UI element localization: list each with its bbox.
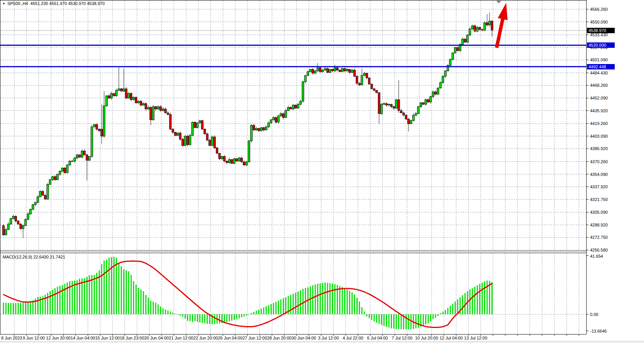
chart-canvas[interactable] (0, 0, 644, 343)
axis-ticks (14, 9, 589, 336)
price-axis-label: 4337.920 (590, 184, 608, 189)
horizontal-price-lines[interactable] (0, 45, 586, 67)
price-axis-label: 4419.260 (590, 121, 608, 126)
time-axis-label: 20 Jun 04:00 (144, 336, 169, 341)
price-axis-label: 4256.580 (590, 248, 608, 253)
time-axis-label: 13 Jul 12:00 (464, 336, 487, 341)
price-axis-label: 4403.090 (590, 134, 608, 139)
time-axis-label: 12 Jul 04:00 (440, 336, 463, 341)
time-axis-label: 4 Jul 22:00 (343, 336, 363, 341)
chevron-down-icon[interactable]: ▼ (2, 2, 5, 5)
gridlines (0, 1, 586, 334)
hline-price-tag[interactable]: 4520.000 (587, 42, 615, 48)
price-axis-label: 4501.090 (590, 57, 608, 63)
macd-indicator (3, 257, 493, 329)
price-axis-label: 4272.750 (590, 235, 608, 240)
time-axis-label: 6 Jul 04:00 (367, 336, 388, 341)
macd-axis-zero-label: 0.00 (590, 312, 598, 317)
candlestick-series (3, 13, 493, 238)
price-axis-label: 4370.260 (590, 159, 608, 164)
macd-axis-max-label: 41.654 (590, 254, 603, 259)
time-axis-label: 8 Jun 2023 (1, 336, 22, 341)
price-axis-label: 4566.260 (590, 7, 608, 12)
time-axis-label: 9 Jun 12:00 (23, 336, 45, 341)
price-axis-label: 4452.090 (590, 96, 608, 101)
price-axis-label: 4305.090 (590, 210, 608, 215)
symbol-title: ▼SP500-,H4 4551.230 4551.470 4530.970 45… (2, 1, 105, 6)
trading-chart-window: ▼SP500-,H4 4551.230 4551.470 4530.970 45… (0, 0, 644, 343)
macd-axis-min-label: -13.6646 (590, 329, 607, 334)
price-axis-label: 4354.090 (590, 172, 608, 177)
symbol-period-label: SP500-,H4 (7, 1, 28, 6)
time-axis-label: 10 Jul 20:00 (415, 336, 438, 341)
time-axis-label: 14 Jun 04:00 (71, 336, 95, 341)
time-axis-label: 28 Jun 20:00 (267, 336, 292, 341)
macd-indicator-label: MACD(12,26,9) 22.6430 21.7421 (3, 255, 65, 259)
price-axis-label: 4386.920 (590, 146, 608, 151)
price-axis-label: 4484.430 (590, 71, 608, 76)
time-axis-label: 18 Jun 23:00 (120, 336, 145, 341)
ohlc-readout: 4551.230 4551.470 4530.970 4538.970 (30, 1, 105, 6)
window-bottom-edge (0, 341, 644, 343)
trend-arrow[interactable] (492, 2, 511, 49)
time-axis-label: 15 Jun 12:00 (95, 336, 120, 341)
time-axis-label: 12 Jun 20:00 (46, 336, 71, 341)
time-axis-label: 22 Jun 20:00 (193, 336, 218, 341)
price-axis-label: 4288.920 (590, 223, 608, 228)
scroll-to-end-marker-icon[interactable] (496, 1, 501, 3)
time-axis-label: 26 Jun 04:00 (218, 336, 242, 341)
price-axis-label: 4435.920 (590, 108, 608, 113)
time-axis-label: 7 Jul 12:00 (392, 336, 412, 341)
time-axis-label: 21 Jun 12:00 (169, 336, 193, 341)
time-axis-label: 3 Jul 12:00 (318, 336, 339, 341)
time-axis-label: 30 Jun 04:00 (292, 336, 316, 341)
hline-price-tag[interactable]: 4492.448 (587, 64, 615, 69)
price-axis-label: 4321.750 (590, 197, 608, 202)
current-price-tag[interactable]: 4538.970 (587, 28, 615, 33)
time-axis-label: 27 Jun 12:00 (242, 336, 267, 341)
price-axis-label: 4468.260 (590, 83, 608, 88)
price-axis-label: 4533.430 (590, 32, 608, 37)
price-axis-label: 4550.090 (590, 20, 608, 25)
